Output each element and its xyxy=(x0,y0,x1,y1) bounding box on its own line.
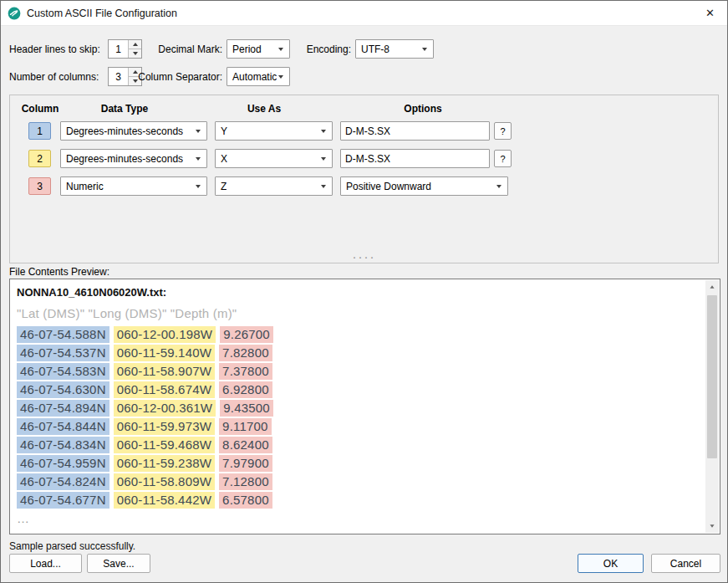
preview-label: File Contents Preview: xyxy=(9,266,109,278)
preview-row: 46-07-54.834N060-11-59.468W8.62400 xyxy=(17,437,705,453)
custom-ascii-config-dialog: Custom ASCII File Configuration ✕ Header… xyxy=(0,0,728,583)
preview-row: 46-07-54.537N060-11-59.140W7.82800 xyxy=(17,345,705,361)
cancel-button[interactable]: Cancel xyxy=(651,554,720,573)
load-button[interactable]: Load... xyxy=(9,554,82,573)
preview-row: 46-07-54.824N060-11-58.809W7.12800 xyxy=(17,473,705,490)
scroll-down-icon[interactable] xyxy=(705,519,719,533)
column-separator-select[interactable]: Automatic xyxy=(227,67,290,86)
chevron-down-icon xyxy=(278,48,283,51)
use-as-select[interactable]: Z xyxy=(215,176,333,196)
column-separator-label: Column Separator: xyxy=(135,71,222,83)
use-as-select[interactable]: X xyxy=(215,149,333,168)
header-lines-value: 1 xyxy=(109,40,128,58)
preview-column-headers: "Lat (DMS)" "Long (DMS)" "Depth (m)" xyxy=(17,306,705,320)
num-columns-value: 3 xyxy=(109,68,128,85)
file-contents-preview: NONNA10_4610N06020W.txt: "Lat (DMS)" "Lo… xyxy=(9,279,720,534)
data-type-select[interactable]: Degrees-minutes-seconds xyxy=(60,121,207,141)
col-header-column: Column xyxy=(22,103,59,115)
help-button[interactable]: ? xyxy=(494,122,512,140)
column-index-badge: 1 xyxy=(28,122,51,140)
preview-row: 46-07-54.588N060-12-00.198W9.26700 xyxy=(17,326,705,343)
chevron-down-icon xyxy=(321,185,326,188)
chevron-down-icon xyxy=(321,157,326,161)
num-columns-label: Number of columns: xyxy=(9,71,99,83)
titlebar[interactable]: Custom ASCII File Configuration ✕ xyxy=(1,1,727,26)
column-config-row-1: 1 Degrees-minutes-seconds Y ? xyxy=(10,121,718,141)
preview-filename: NONNA10_4610N06020W.txt: xyxy=(17,286,705,299)
vertical-scrollbar[interactable] xyxy=(705,280,719,533)
options-direction-select[interactable]: Positive Downward xyxy=(340,176,508,196)
preview-row: 46-07-54.630N060-11-58.674W6.92800 xyxy=(17,381,705,398)
save-button[interactable]: Save... xyxy=(87,554,150,573)
chevron-down-icon xyxy=(196,185,201,188)
columns-config-group: Column Data Type Use As Options 1 Degree… xyxy=(9,95,719,263)
help-button[interactable]: ? xyxy=(494,150,512,167)
scroll-up-icon[interactable] xyxy=(705,280,719,294)
preview-row: 46-07-54.844N060-11-59.973W9.11700 xyxy=(17,418,705,435)
data-type-select[interactable]: Numeric xyxy=(60,176,207,196)
close-icon[interactable]: ✕ xyxy=(705,1,715,25)
preview-row: 46-07-54.959N060-11-59.238W7.97900 xyxy=(17,455,705,472)
col-header-data-type: Data Type xyxy=(101,103,148,115)
use-as-select[interactable]: Y xyxy=(215,121,333,141)
chevron-down-icon xyxy=(422,48,427,51)
chevron-down-icon xyxy=(278,75,283,79)
decimal-mark-select[interactable]: Period xyxy=(227,39,290,59)
col-header-options: Options xyxy=(404,103,441,115)
column-config-row-2: 2 Degrees-minutes-seconds X ? xyxy=(10,149,718,168)
col-header-use-as: Use As xyxy=(247,103,281,115)
preview-row: 46-07-54.677N060-11-58.442W6.57800 xyxy=(17,492,705,509)
preview-row: 46-07-54.583N060-11-58.907W7.37800 xyxy=(17,363,705,380)
column-config-row-3: 3 Numeric Z Positive Downward xyxy=(10,176,718,196)
chevron-down-icon xyxy=(321,130,326,133)
column-index-badge: 3 xyxy=(28,177,51,195)
column-index-badge: 2 xyxy=(28,150,51,167)
preview-ellipsis: … xyxy=(17,511,705,525)
header-lines-label: Header lines to skip: xyxy=(9,43,100,55)
encoding-label: Encoding: xyxy=(285,43,351,55)
window-title: Custom ASCII File Configuration xyxy=(27,8,177,19)
options-format-input[interactable] xyxy=(340,121,490,141)
options-format-input[interactable] xyxy=(340,149,490,168)
splitter-handle[interactable]: ···· xyxy=(353,253,376,261)
status-text: Sample parsed successfully. xyxy=(9,540,135,552)
preview-row: 46-07-54.894N060-12-00.361W9.43500 xyxy=(17,400,705,417)
decimal-mark-label: Decimal Mark: xyxy=(135,43,222,55)
chevron-down-icon xyxy=(196,130,201,133)
scrollbar-thumb[interactable] xyxy=(707,295,717,458)
app-icon xyxy=(8,7,21,20)
ok-button[interactable]: OK xyxy=(578,554,644,573)
data-type-select[interactable]: Degrees-minutes-seconds xyxy=(60,149,207,168)
preview-content: NONNA10_4610N06020W.txt: "Lat (DMS)" "Lo… xyxy=(10,279,705,534)
chevron-down-icon xyxy=(496,185,501,188)
encoding-select[interactable]: UTF-8 xyxy=(355,39,434,59)
chevron-down-icon xyxy=(196,157,201,161)
